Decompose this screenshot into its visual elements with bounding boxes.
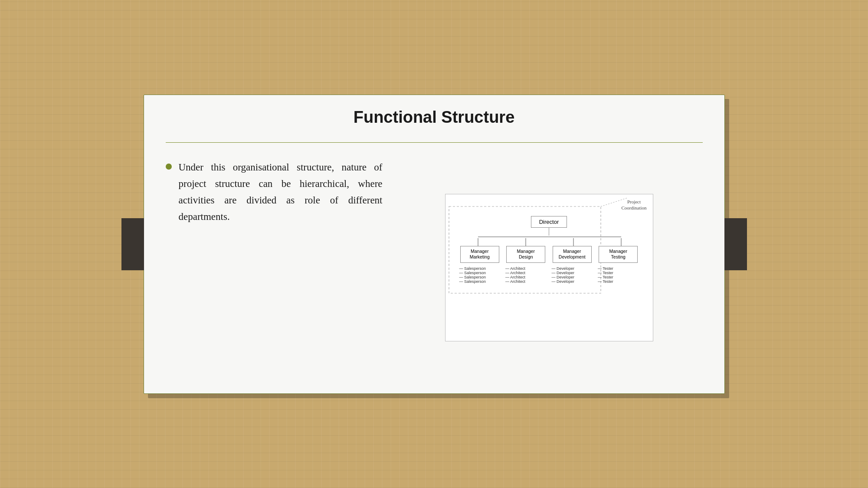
manager-col-marketing: Manager Marketing Salesperson Salesperso… bbox=[458, 246, 502, 284]
slide-shadow: Functional Structure Under this organisa… bbox=[144, 95, 725, 394]
list-item: Tester bbox=[598, 266, 635, 271]
list-item: Salesperson bbox=[459, 275, 497, 279]
sub-items-marketing: Salesperson Salesperson Salesperson Sale… bbox=[458, 266, 497, 284]
org-diagram: Project Coordination Director bbox=[445, 194, 653, 341]
slide-title: Functional Structure bbox=[166, 108, 703, 134]
list-item: Salesperson bbox=[459, 266, 497, 271]
list-item: Developer bbox=[552, 266, 589, 271]
title-divider bbox=[166, 142, 703, 143]
managers-row: Manager Marketing Salesperson Salesperso… bbox=[454, 246, 644, 284]
text-section: Under this organisational structure, nat… bbox=[166, 155, 383, 380]
list-item: Salesperson bbox=[459, 271, 497, 275]
vertical-drops-svg bbox=[454, 238, 645, 246]
manager-col-design: Manager Design Architect Architect Archi… bbox=[504, 246, 548, 284]
manager-box-marketing: Manager Marketing bbox=[460, 246, 499, 263]
sub-items-development: Developer Developer Developer Developer bbox=[550, 266, 589, 284]
list-item: Developer bbox=[552, 271, 589, 275]
bullet-text: Under this organisational structure, nat… bbox=[179, 159, 383, 225]
sub-items-design: Architect Architect Architect Architect bbox=[504, 266, 543, 284]
list-item: Developer bbox=[552, 275, 589, 279]
bullet-dot-icon bbox=[166, 164, 172, 170]
list-item: Tester bbox=[598, 279, 635, 284]
manager-box-testing: Manager Testing bbox=[599, 246, 638, 263]
manager-col-testing: Manager Testing Tester Tester Tester Tes… bbox=[596, 246, 641, 284]
manager-box-development: Manager Development bbox=[553, 246, 592, 263]
sub-items-testing: Tester Tester Tester Tester bbox=[596, 266, 635, 284]
list-item: Developer bbox=[552, 279, 589, 284]
bullet-item: Under this organisational structure, nat… bbox=[166, 159, 383, 225]
project-coordination-label: Project Coordination bbox=[621, 199, 646, 211]
director-row: Director bbox=[454, 216, 644, 228]
manager-box-design: Manager Design bbox=[506, 246, 545, 263]
list-item: Architect bbox=[505, 266, 543, 271]
list-item: Tester bbox=[598, 275, 635, 279]
list-item: Architect bbox=[505, 279, 543, 284]
list-item: Tester bbox=[598, 271, 635, 275]
slide-content: Under this organisational structure, nat… bbox=[166, 155, 703, 380]
diagram-section: Project Coordination Director bbox=[396, 155, 703, 380]
manager-col-development: Manager Development Developer Developer … bbox=[550, 246, 595, 284]
list-item: Architect bbox=[505, 271, 543, 275]
slide: Functional Structure Under this organisa… bbox=[144, 95, 725, 394]
director-box: Director bbox=[531, 216, 567, 228]
director-down-connector bbox=[549, 228, 550, 236]
list-item: Architect bbox=[505, 275, 543, 279]
list-item: Salesperson bbox=[459, 279, 497, 284]
